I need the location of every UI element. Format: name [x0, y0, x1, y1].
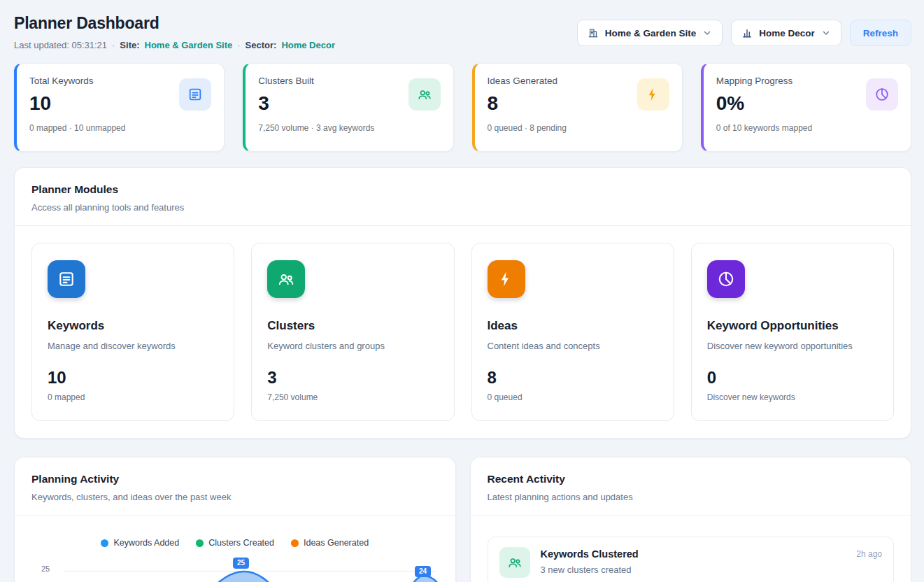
bolt-icon	[488, 260, 525, 298]
last-updated-text: Last updated: 05:31:21	[14, 40, 107, 50]
chevron-down-icon	[702, 28, 712, 38]
modules-header: Planner Modules Access all planning tool…	[15, 168, 911, 226]
planning-activity-chart-body: Keywords Added Clusters Created Ideas Ge…	[15, 516, 455, 582]
module-detail: Discover new keywords	[707, 392, 878, 402]
building-icon	[588, 27, 599, 38]
recent-activity-list: Keywords Clustered 3 new clusters create…	[471, 516, 911, 582]
recent-activity-header: Recent Activity Latest planning actions …	[471, 457, 911, 516]
module-description: Discover new keyword opportunities	[707, 341, 878, 351]
bar-chart-icon	[741, 27, 753, 38]
stat-content: Mapping Progress 0% 0 of 10 keywords map…	[716, 76, 812, 141]
article-icon	[48, 260, 85, 298]
module-description: Content ideas and concepts	[488, 341, 658, 351]
module-detail: 7,250 volume	[267, 392, 438, 402]
stat-card-ideas-generated: Ideas Generated 8 0 queued · 8 pending	[472, 63, 683, 152]
module-title: Clusters	[267, 319, 438, 333]
stat-label: Mapping Progress	[716, 76, 812, 86]
modules-subtitle: Access all planning tools and features	[31, 202, 894, 213]
recent-activity-subtitle: Latest planning actions and updates	[488, 492, 895, 502]
chevron-down-icon	[821, 28, 831, 38]
header-actions: Home & Garden Site Home Decor Refresh	[577, 20, 911, 46]
data-point-label: 25	[233, 558, 249, 569]
sector-label: Sector:	[246, 40, 277, 50]
page-header: Planner Dashboard Last updated: 05:31:21…	[14, 14, 911, 50]
modules-grid: Keywords Manage and discover keywords 10…	[15, 226, 911, 438]
module-card-clusters[interactable]: Clusters Keyword clusters and groups 3 7…	[251, 243, 454, 421]
module-description: Manage and discover keywords	[48, 341, 218, 351]
activity-item-keywords-clustered[interactable]: Keywords Clustered 3 new clusters create…	[488, 537, 895, 582]
planning-activity-header: Planning Activity Keywords, clusters, an…	[15, 457, 455, 516]
module-title: Keyword Opportunities	[707, 319, 878, 333]
site-selector-dropdown[interactable]: Home & Garden Site	[577, 20, 723, 46]
legend-label: Keywords Added	[113, 538, 179, 548]
module-value: 8	[488, 368, 658, 388]
stat-value: 8	[488, 92, 567, 115]
legend-dot-icon	[101, 539, 108, 547]
module-value: 3	[267, 368, 438, 388]
module-value: 0	[707, 368, 878, 388]
activity-item-description: 3 new clusters created	[541, 565, 846, 575]
planning-activity-title: Planning Activity	[31, 473, 439, 485]
legend-label: Clusters Created	[208, 538, 274, 548]
stat-label: Total Keywords	[29, 76, 125, 86]
legend-dot-icon	[196, 539, 204, 547]
chart-legend: Keywords Added Clusters Created Ideas Ge…	[31, 538, 439, 548]
activity-item-title: Keywords Clustered	[541, 548, 846, 560]
recent-activity-card: Recent Activity Latest planning actions …	[470, 457, 912, 582]
stat-card-total-keywords: Total Keywords 10 0 mapped · 10 unmapped	[14, 63, 225, 152]
site-label: Site:	[120, 40, 139, 50]
legend-item-keywords-added: Keywords Added	[101, 538, 179, 548]
module-card-keyword-opportunities[interactable]: Keyword Opportunities Discover new keywo…	[691, 243, 894, 421]
planner-dashboard-page: Planner Dashboard Last updated: 05:31:21…	[0, 0, 924, 582]
groups-icon	[499, 547, 530, 578]
stat-content: Clusters Built 3 7,250 volume · 3 avg ke…	[258, 76, 374, 141]
stat-detail: 0 mapped · 10 unmapped	[29, 123, 125, 133]
activity-item-timestamp: 2h ago	[856, 549, 882, 559]
module-card-ideas[interactable]: Ideas Content ideas and concepts 8 0 que…	[471, 243, 674, 421]
separator-dot: ·	[237, 40, 240, 50]
module-value: 10	[48, 368, 218, 388]
planning-activity-subtitle: Keywords, clusters, and ideas over the p…	[31, 492, 439, 502]
module-title: Keywords	[48, 319, 218, 333]
stat-detail: 0 of 10 keywords mapped	[716, 123, 812, 133]
modules-title: Planner Modules	[31, 183, 894, 196]
stat-content: Ideas Generated 8 0 queued · 8 pending	[488, 76, 567, 141]
stat-content: Total Keywords 10 0 mapped · 10 unmapped	[29, 76, 125, 141]
module-detail: 0 queued	[488, 392, 658, 402]
module-card-keywords[interactable]: Keywords Manage and discover keywords 10…	[31, 243, 234, 421]
sector-link[interactable]: Home Decor	[281, 40, 335, 50]
activity-line-chart: 25 25 24	[31, 558, 439, 582]
header-left: Planner Dashboard Last updated: 05:31:21…	[14, 14, 335, 50]
planning-activity-card: Planning Activity Keywords, clusters, an…	[14, 457, 456, 582]
separator-dot: ·	[112, 40, 115, 50]
bolt-icon	[637, 78, 669, 111]
y-axis-tick: 25	[41, 565, 50, 573]
legend-dot-icon	[291, 539, 299, 547]
article-icon	[179, 78, 211, 111]
stat-card-clusters-built: Clusters Built 3 7,250 volume · 3 avg ke…	[243, 63, 453, 152]
stat-value: 3	[258, 92, 374, 115]
stat-detail: 7,250 volume · 3 avg keywords	[258, 123, 374, 133]
bottom-row: Planning Activity Keywords, clusters, an…	[14, 457, 911, 582]
stat-value: 0%	[716, 92, 812, 115]
stat-detail: 0 queued · 8 pending	[488, 123, 567, 133]
header-subline: Last updated: 05:31:21 · Site: Home & Ga…	[14, 40, 335, 50]
site-selector-value: Home & Garden Site	[605, 28, 697, 38]
stat-card-mapping-progress: Mapping Progress 0% 0 of 10 keywords map…	[701, 63, 911, 152]
legend-label: Ideas Generated	[304, 538, 369, 548]
refresh-button[interactable]: Refresh	[850, 20, 911, 46]
sector-selector-value: Home Decor	[759, 28, 815, 38]
pie-chart-icon	[707, 260, 745, 298]
recent-activity-title: Recent Activity	[488, 473, 895, 485]
groups-icon	[408, 78, 441, 111]
activity-item-text: Keywords Clustered 3 new clusters create…	[541, 547, 846, 575]
page-title: Planner Dashboard	[14, 14, 335, 33]
data-point-label: 24	[415, 566, 431, 577]
groups-icon	[267, 260, 305, 298]
site-link[interactable]: Home & Garden Site	[145, 40, 233, 50]
pie-chart-icon	[866, 78, 898, 111]
stat-value: 10	[29, 92, 125, 115]
module-title: Ideas	[488, 319, 658, 333]
sector-selector-dropdown[interactable]: Home Decor	[731, 20, 841, 46]
module-description: Keyword clusters and groups	[267, 341, 438, 351]
